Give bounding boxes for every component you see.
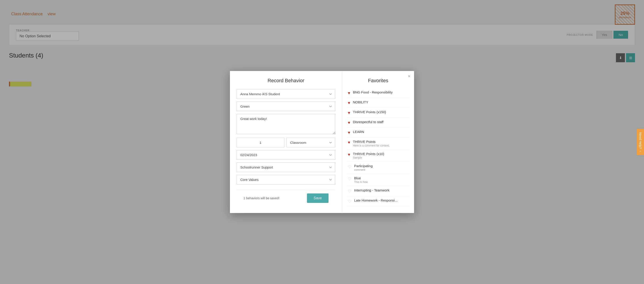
- modal-footer: 1 behaviors will be saved! Save: [237, 190, 335, 206]
- favorite-name: Participating: [354, 164, 373, 168]
- favorite-name: THRIVE Points (x10): [353, 152, 384, 156]
- heart-filled-icon: ♥: [348, 152, 350, 157]
- favorite-name: Blue: [354, 176, 368, 180]
- heart-filled-icon: ♥: [348, 91, 350, 96]
- core-values-select[interactable]: Core Values: [237, 175, 335, 184]
- favorite-name: LEARN: [353, 130, 364, 134]
- quantity-input[interactable]: [237, 138, 284, 147]
- heart-filled-icon: ♥: [348, 101, 350, 105]
- favorite-name: Interrupting - Teamwork: [354, 188, 389, 192]
- heart-filled-icon: ♥: [348, 130, 350, 135]
- collapse-arrow-icon: ‹: [639, 151, 642, 152]
- favorite-item[interactable]: ♥BNG Food - Responsibility: [347, 88, 410, 98]
- favorite-comment: comment: [354, 168, 373, 171]
- favorite-item[interactable]: ♡Late Homework - Responsi...: [347, 196, 410, 206]
- need-help-panel[interactable]: Need Help? ‹: [637, 129, 644, 155]
- note-textarea[interactable]: Great work today!: [237, 114, 335, 134]
- heart-filled-icon: ♥: [348, 120, 350, 125]
- favorite-comment: Sample: [353, 156, 384, 159]
- favorite-item[interactable]: ♥THRIVE Points (x150): [347, 108, 410, 118]
- favorite-name: THRIVE Points (x150): [353, 110, 386, 114]
- favorite-name: THRIVE Points: [353, 140, 390, 144]
- favorite-item[interactable]: ♥LEARN: [347, 128, 410, 138]
- favorites-title: Favorites: [347, 78, 410, 84]
- modal-overlay: × Record Behavior Anna Memmo iKS Student…: [0, 0, 644, 284]
- favorites-list: ♥BNG Food - Responsibility♥NOBILITY♥THRI…: [347, 88, 410, 206]
- modal-form-panel: Record Behavior Anna Memmo iKS Student G…: [230, 71, 342, 213]
- favorite-item[interactable]: ♥THRIVE PointsHere is a comment for cont…: [347, 138, 410, 150]
- favorite-name: Disrespectful to staff: [353, 120, 384, 124]
- heart-empty-icon: ♡: [348, 164, 352, 169]
- favorite-comment: Here is a comment for context.: [353, 144, 390, 147]
- heart-empty-icon: ♡: [348, 199, 352, 204]
- student-select[interactable]: Anna Memmo iKS Student: [237, 89, 335, 99]
- favorite-name: NOBILITY: [353, 100, 368, 104]
- modal-close-button[interactable]: ×: [408, 74, 410, 79]
- favorite-item[interactable]: ♥NOBILITY: [347, 98, 410, 108]
- modal-title: Record Behavior: [237, 78, 335, 84]
- favorite-item[interactable]: ♥Disrespectful to staff: [347, 118, 410, 128]
- record-behavior-modal: × Record Behavior Anna Memmo iKS Student…: [230, 71, 414, 213]
- location-select[interactable]: Classroom: [286, 138, 335, 147]
- favorite-item[interactable]: ♡BlueThis is how.: [347, 174, 410, 186]
- favorite-name: Late Homework - Responsi...: [354, 198, 398, 202]
- staff-select[interactable]: Schoolrunner Support: [237, 162, 335, 172]
- favorite-item[interactable]: ♥THRIVE Points (x10)Sample: [347, 150, 410, 162]
- heart-empty-icon: ♡: [348, 189, 352, 194]
- save-button[interactable]: Save: [307, 193, 328, 203]
- heart-filled-icon: ♥: [348, 111, 350, 115]
- favorites-panel: Favorites ♥BNG Food - Responsibility♥NOB…: [342, 71, 414, 213]
- footer-text: 1 behaviors will be saved!: [244, 196, 279, 200]
- date-input[interactable]: [237, 150, 335, 160]
- color-select[interactable]: Green: [237, 102, 335, 111]
- favorite-comment: This is how.: [354, 180, 368, 184]
- favorite-item[interactable]: ♡Participatingcomment: [347, 162, 410, 174]
- heart-filled-icon: ♥: [348, 140, 350, 145]
- heart-empty-icon: ♡: [348, 177, 352, 182]
- need-help-label: Need Help?: [638, 132, 642, 149]
- favorite-item[interactable]: ♡Interrupting - Teamwork: [347, 186, 410, 196]
- favorite-name: BNG Food - Responsibility: [353, 90, 393, 94]
